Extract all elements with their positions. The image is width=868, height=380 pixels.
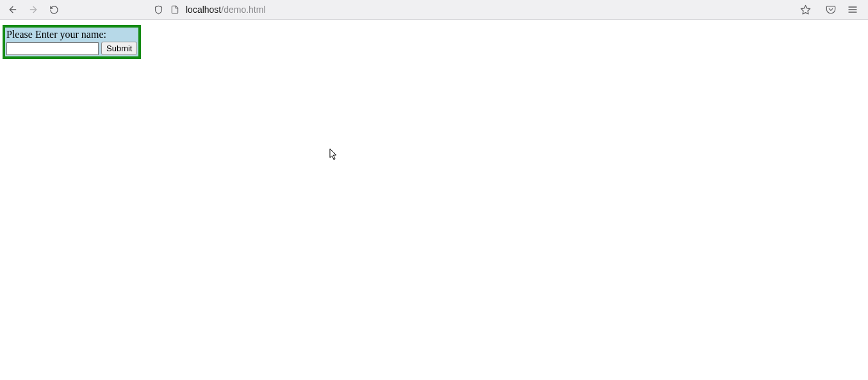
pocket-button[interactable] bbox=[824, 3, 837, 16]
address-bar[interactable]: localhost/demo.html bbox=[149, 2, 815, 17]
back-button[interactable] bbox=[5, 2, 20, 17]
url-text: localhost/demo.html bbox=[186, 4, 266, 15]
submit-button[interactable]: Submit bbox=[101, 42, 137, 55]
url-host: localhost bbox=[186, 4, 221, 15]
url-path: /demo.html bbox=[221, 4, 265, 15]
toolbar-right-icons bbox=[824, 3, 859, 16]
nav-buttons bbox=[5, 2, 61, 17]
shield-icon[interactable] bbox=[152, 4, 164, 15]
star-icon bbox=[800, 4, 811, 15]
reload-button[interactable] bbox=[46, 2, 61, 17]
bookmark-star-button[interactable] bbox=[799, 3, 812, 16]
reload-icon bbox=[49, 5, 59, 15]
forward-button[interactable] bbox=[26, 2, 41, 17]
cursor-icon bbox=[329, 148, 338, 161]
arrow-right-icon bbox=[28, 4, 38, 15]
form-row: Submit bbox=[5, 40, 138, 56]
svg-marker-2 bbox=[801, 5, 810, 13]
browser-toolbar: localhost/demo.html bbox=[0, 0, 868, 20]
page-content: Please Enter your name: Submit bbox=[0, 20, 868, 380]
hamburger-icon bbox=[848, 4, 858, 15]
name-label: Please Enter your name: bbox=[5, 28, 138, 40]
page-icon bbox=[169, 4, 181, 15]
pocket-icon bbox=[826, 4, 836, 15]
name-form: Please Enter your name: Submit bbox=[3, 25, 141, 59]
arrow-left-icon bbox=[8, 4, 18, 15]
app-menu-button[interactable] bbox=[846, 3, 859, 16]
name-input[interactable] bbox=[6, 42, 99, 55]
